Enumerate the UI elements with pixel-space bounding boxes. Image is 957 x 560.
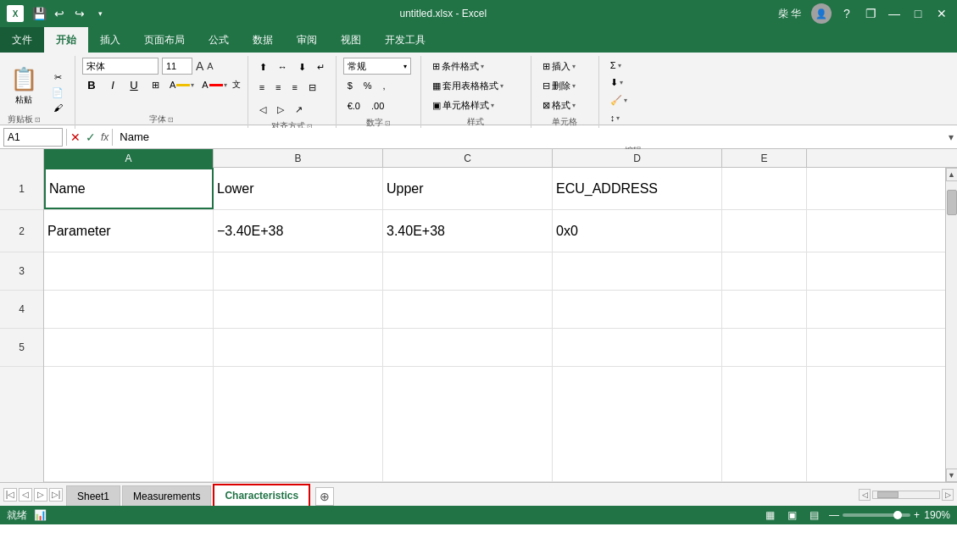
- sum-button[interactable]: Σ ▾: [606, 58, 660, 73]
- confirm-formula-button[interactable]: ✓: [86, 130, 96, 144]
- paste-button[interactable]: 📋 粘贴: [5, 64, 42, 108]
- align-middle-button[interactable]: ↔: [274, 58, 292, 76]
- bold-button[interactable]: B: [82, 76, 101, 93]
- decimal-increase-button[interactable]: €.0: [343, 97, 364, 115]
- merge-button[interactable]: ⊟: [304, 78, 320, 97]
- font-expand[interactable]: ⊡: [168, 116, 174, 124]
- align-left-button[interactable]: ≡: [255, 78, 269, 97]
- cell-reference-box[interactable]: A1: [3, 128, 63, 147]
- tab-wenjian[interactable]: 文件: [0, 27, 44, 53]
- sheet-nav-first[interactable]: |◁: [3, 488, 17, 502]
- cell-d1[interactable]: ECU_ADDRESS: [553, 168, 722, 209]
- align-bottom-button[interactable]: ⬇: [294, 58, 310, 76]
- fill-button[interactable]: ⬇ ▾: [606, 75, 660, 91]
- cell-d6[interactable]: [553, 367, 722, 481]
- sheet-tab-characteristics[interactable]: Characteristics: [213, 484, 310, 506]
- number-format-dropdown[interactable]: ▾: [403, 63, 407, 70]
- redo-button[interactable]: ↪: [71, 5, 88, 22]
- fill-color-dropdown[interactable]: ▾: [191, 81, 194, 89]
- cell-e3[interactable]: [722, 252, 807, 290]
- insert-button[interactable]: ⊞ 插入 ▾: [538, 58, 592, 75]
- comma-button[interactable]: ,: [379, 76, 390, 95]
- clear-button[interactable]: 🧹 ▾: [606, 92, 660, 108]
- insert-dropdown[interactable]: ▾: [572, 63, 576, 70]
- row-num-2[interactable]: 2: [0, 210, 43, 252]
- cell-c3[interactable]: [383, 252, 553, 290]
- font-decrease-button[interactable]: A: [207, 61, 213, 71]
- cell-e1[interactable]: [722, 168, 807, 209]
- minimize-button[interactable]: —: [886, 5, 903, 22]
- tab-shuju[interactable]: 数据: [241, 27, 285, 53]
- italic-button[interactable]: I: [103, 76, 122, 93]
- zoom-minus-button[interactable]: —: [829, 509, 839, 521]
- maximize-button[interactable]: □: [910, 5, 926, 22]
- tab-shenyue[interactable]: 审阅: [285, 27, 329, 53]
- clear-dropdown[interactable]: ▾: [624, 97, 627, 104]
- align-top-button[interactable]: ⬆: [255, 58, 271, 76]
- font-size-box[interactable]: 11: [162, 58, 192, 75]
- cell-a5[interactable]: [44, 329, 214, 366]
- number-expand[interactable]: ⊡: [385, 119, 391, 127]
- scroll-thumb[interactable]: [947, 190, 957, 215]
- indent-increase-button[interactable]: ▷: [273, 100, 288, 119]
- cell-c2[interactable]: 3.40E+38: [383, 210, 553, 252]
- tab-kaifa[interactable]: 开发工具: [373, 27, 437, 53]
- fill-dropdown[interactable]: ▾: [620, 79, 623, 86]
- save-button[interactable]: 💾: [31, 5, 47, 22]
- border-button[interactable]: ⊞: [146, 76, 164, 93]
- cell-c1[interactable]: Upper: [383, 168, 553, 209]
- decimal-decrease-button[interactable]: .00: [367, 97, 388, 115]
- tab-shitu[interactable]: 视图: [329, 27, 373, 53]
- cut-button[interactable]: ✂: [46, 70, 70, 84]
- conditional-format-button[interactable]: ⊞ 条件格式 ▾: [428, 58, 524, 75]
- cell-e2[interactable]: [722, 210, 807, 252]
- view-normal-button[interactable]: ▦: [763, 507, 778, 523]
- h-scroll-left[interactable]: ◁: [859, 489, 871, 501]
- help-button[interactable]: ?: [838, 5, 855, 22]
- copy-button[interactable]: 📄: [46, 86, 70, 99]
- cell-e5[interactable]: [722, 329, 807, 366]
- tab-yemian[interactable]: 页面布局: [132, 27, 197, 53]
- insert-function-button[interactable]: fx: [101, 131, 108, 143]
- conditional-format-dropdown[interactable]: ▾: [481, 63, 484, 70]
- row-num-5[interactable]: 5: [0, 329, 43, 367]
- font-color-button[interactable]: A ▾: [199, 78, 229, 91]
- tab-charu[interactable]: 插入: [88, 27, 132, 53]
- cell-c5[interactable]: [383, 329, 553, 366]
- row-num-1[interactable]: 1: [0, 168, 43, 210]
- format-button[interactable]: ⊠ 格式 ▾: [538, 97, 592, 114]
- tab-gongshi[interactable]: 公式: [197, 27, 241, 53]
- sort-dropdown[interactable]: ▾: [616, 114, 620, 122]
- qa-dropdown-button[interactable]: ▾: [92, 5, 108, 22]
- sheet-nav-prev[interactable]: ◁: [19, 488, 32, 502]
- row-num-4[interactable]: 4: [0, 291, 43, 329]
- cell-b6[interactable]: [214, 367, 383, 481]
- tab-kaishi[interactable]: 开始: [44, 27, 88, 53]
- format-dropdown[interactable]: ▾: [572, 102, 576, 109]
- h-scroll-thumb[interactable]: [877, 491, 899, 498]
- sheet-add-button[interactable]: ⊕: [315, 487, 334, 506]
- cell-style-button[interactable]: ▣ 单元格样式 ▾: [428, 97, 524, 114]
- cell-a6[interactable]: [44, 367, 214, 481]
- cell-d2[interactable]: 0x0: [553, 210, 722, 252]
- h-scroll-right[interactable]: ▷: [942, 489, 954, 501]
- percent-button[interactable]: $: [343, 76, 357, 95]
- col-header-d[interactable]: D: [553, 149, 722, 168]
- view-page-button[interactable]: ▤: [807, 507, 822, 523]
- cell-d5[interactable]: [553, 329, 722, 366]
- col-header-e[interactable]: E: [722, 149, 807, 168]
- cell-b2[interactable]: −3.40E+38: [214, 210, 383, 252]
- restore-button[interactable]: ❐: [862, 5, 879, 22]
- sheet-nav-next[interactable]: ▷: [34, 488, 47, 502]
- cell-a2[interactable]: Parameter: [44, 210, 214, 252]
- sheet-nav-last[interactable]: ▷|: [49, 488, 63, 502]
- sort-filter-button[interactable]: ↕ ▾: [606, 110, 660, 125]
- zoom-plus-button[interactable]: +: [914, 509, 920, 521]
- cell-e4[interactable]: [722, 291, 807, 328]
- col-header-b[interactable]: B: [214, 149, 383, 168]
- align-right-button[interactable]: ≡: [288, 78, 302, 97]
- vertical-scrollbar[interactable]: ▲ ▼: [945, 168, 957, 482]
- align-center-button[interactable]: ≡: [271, 78, 285, 97]
- row-num-3[interactable]: 3: [0, 252, 43, 291]
- cell-c4[interactable]: [383, 291, 553, 328]
